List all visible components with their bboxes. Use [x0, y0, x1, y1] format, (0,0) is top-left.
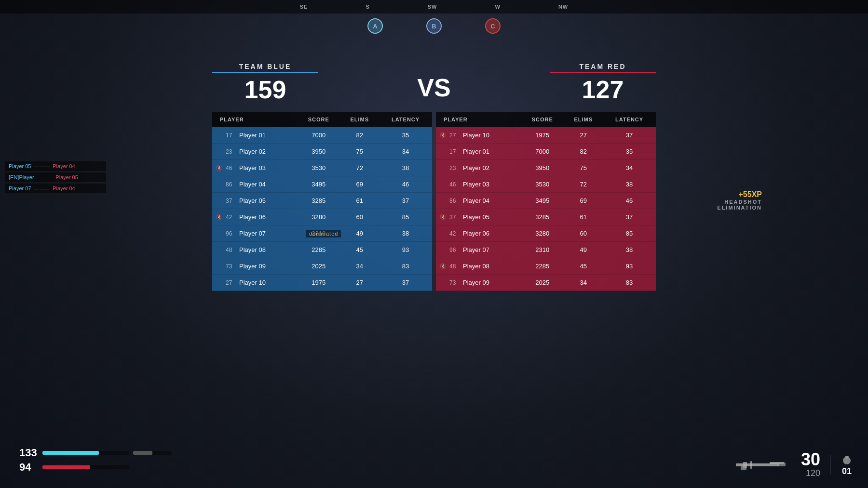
player-score: 7000 — [297, 127, 340, 144]
player-num: 27 — [449, 132, 460, 139]
player-score: 3495 — [297, 176, 340, 193]
compass-nw: NW — [558, 4, 568, 10]
player-cell: 73 Player 09 — [436, 275, 521, 291]
player-num: 27 — [226, 279, 236, 286]
red-col-player: PLAYER — [436, 112, 521, 127]
player-latency: 38 — [603, 176, 656, 193]
player-name: Player 02 — [463, 164, 489, 171]
player-num: 46 — [226, 165, 236, 171]
table-row[interactable]: 86 Player 04 3495 69 46 — [436, 193, 656, 209]
scoreboard: TEAM BLUE 159 VS TEAM RED 127 PLAYER SCO… — [212, 63, 656, 291]
player-latency: 34 — [603, 160, 656, 176]
player-score: 2285 — [297, 242, 340, 258]
player-name: Player 03 — [239, 164, 266, 171]
player-score: 2285 — [521, 258, 564, 275]
player-latency: 46 — [603, 193, 656, 209]
table-row[interactable]: 46 Player 03 3530 72 38 — [436, 176, 656, 193]
player-cell: 48 Player 08 — [212, 242, 297, 258]
player-latency: 93 — [379, 242, 432, 258]
dominated-label: dominated — [306, 230, 341, 237]
player-name: Player 05 — [463, 213, 489, 221]
mute-icon[interactable]: 🔇 — [216, 214, 223, 220]
table-row[interactable]: 17 Player 01 7000 82 35 — [212, 127, 432, 144]
teams-header: TEAM BLUE 159 VS TEAM RED 127 — [212, 63, 656, 102]
player-latency: 83 — [379, 258, 432, 275]
table-row[interactable]: 37 Player 05 3285 61 37 — [212, 193, 432, 209]
kill-feed-item: [EN]Player — —— Player 05 — [5, 172, 106, 182]
kill-feed: Player 05 — —— Player 04 [EN]Player — ——… — [5, 161, 106, 195]
table-row[interactable]: 42 Player 06 3280 60 85 — [436, 225, 656, 242]
player-name: Player 03 — [463, 181, 489, 188]
player-elims: 69 — [564, 193, 603, 209]
table-row[interactable]: 48 Player 08 2285 45 93 — [212, 242, 432, 258]
player-score: 2025 — [521, 275, 564, 291]
svg-rect-4 — [777, 462, 786, 466]
table-row[interactable]: 🔇 46 Player 03 3530 72 38 — [212, 160, 432, 176]
team-blue-header: TEAM BLUE 159 — [212, 63, 318, 102]
mute-icon[interactable]: 🔇 — [440, 263, 447, 269]
player-num: 46 — [449, 181, 460, 188]
blue-col-elims: ELIMS — [340, 112, 379, 127]
compass-sw: SW — [428, 4, 437, 10]
table-row[interactable]: 🔇 48 Player 08 2285 45 93 — [436, 258, 656, 275]
compass-bar: SE S SW W NW — [0, 0, 868, 13]
table-row[interactable]: 86 Player 04 3495 69 46 — [212, 176, 432, 193]
ammo-reserve: 120 — [806, 468, 820, 478]
player-cell: 🔇 48 Player 08 — [436, 258, 521, 275]
player-num: 42 — [226, 214, 236, 221]
weapon-icon-kf: — —— — [34, 164, 50, 169]
player-cell: 23 Player 02 — [436, 160, 521, 176]
kill-feed-item: Player 05 — —— Player 04 — [5, 161, 106, 171]
killer-name: Player 07 — [9, 185, 31, 191]
compass-w: W — [495, 4, 501, 10]
armor-fill — [42, 465, 90, 469]
player-name: Player 07 — [239, 230, 266, 237]
armor-value: 94 — [19, 461, 39, 474]
player-num: 96 — [226, 230, 236, 237]
player-elims: 72 — [340, 160, 379, 176]
team-red-divider — [550, 72, 656, 73]
player-num: 96 — [449, 247, 460, 253]
player-cell: 73 Player 09 — [212, 258, 297, 275]
player-latency: 83 — [603, 275, 656, 291]
player-score: 3285 — [297, 193, 340, 209]
player-num: 48 — [226, 247, 236, 253]
player-name: Player 06 — [239, 213, 266, 221]
player-num: 17 — [226, 132, 236, 139]
player-latency: 37 — [603, 209, 656, 225]
player-cell: 96 Player 07 — [436, 242, 521, 258]
weapon-icon — [733, 455, 791, 475]
table-row[interactable]: 73 Player 09 2025 34 83 — [436, 275, 656, 291]
mute-icon[interactable]: 🔇 — [216, 165, 223, 171]
player-name: Player 07 — [463, 246, 489, 253]
bottom-hud: 133 94 — [19, 447, 172, 474]
killer-name: Player 05 — [9, 163, 31, 169]
player-elims: 27 — [340, 275, 379, 291]
player-latency: 38 — [603, 242, 656, 258]
objective-a: A — [367, 18, 383, 34]
player-elims: 82 — [564, 144, 603, 160]
blue-col-player: PLAYER — [212, 112, 297, 127]
player-score: 3280 — [521, 225, 564, 242]
table-row[interactable]: 27 Player 10 1975 27 37 — [212, 275, 432, 291]
player-score: 1975 — [297, 275, 340, 291]
mute-icon[interactable]: 🔇 — [440, 132, 447, 138]
table-row[interactable]: 23 Player 02 3950 75 34 — [436, 160, 656, 176]
player-elims: 60 — [564, 225, 603, 242]
mute-icon[interactable]: 🔇 — [440, 214, 447, 220]
table-row[interactable]: 🔇 42 Player 06 3280 60 85 — [212, 209, 432, 225]
table-row[interactable]: 23 Player 02 3950 75 34 — [212, 144, 432, 160]
player-num: 37 — [226, 198, 236, 204]
table-row[interactable]: 17 Player 01 7000 82 35 — [436, 144, 656, 160]
player-latency: 35 — [379, 127, 432, 144]
blue-col-score: SCORE — [297, 112, 340, 127]
table-row[interactable]: 🔇 37 Player 05 3285 61 37 — [436, 209, 656, 225]
player-cell: 23 Player 02 — [212, 144, 297, 160]
table-row[interactable]: 🔇 27 Player 10 1975 27 37 — [436, 127, 656, 144]
table-row[interactable]: 96 Player 07 2310 49 38 — [436, 242, 656, 258]
player-cell: 17 Player 01 — [436, 144, 521, 160]
player-latency: 34 — [379, 144, 432, 160]
player-latency: 38 — [379, 225, 432, 242]
blue-col-latency: LATENCY — [379, 112, 432, 127]
table-row[interactable]: 73 Player 09 2025 34 83 — [212, 258, 432, 275]
